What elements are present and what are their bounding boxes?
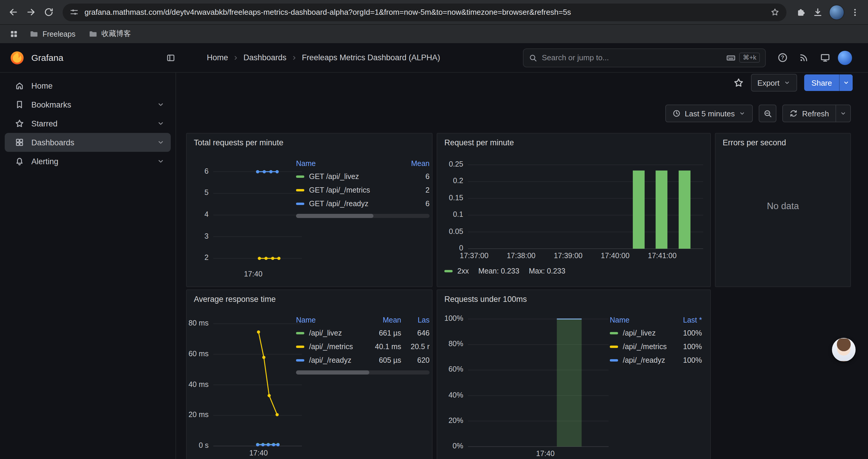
legend-row[interactable]: /api/_/metrics100% <box>610 340 702 353</box>
series-color-swatch <box>296 345 304 348</box>
panel-title[interactable]: Request per minute <box>444 138 703 147</box>
legend-row[interactable]: /api/_livez100% <box>610 326 702 340</box>
y-axis-label: 4 <box>187 210 209 219</box>
y-axis-label: 20% <box>437 417 463 425</box>
help-icon: ? <box>777 53 787 63</box>
y-axis-label: 40 ms <box>187 380 209 388</box>
legend-column-header[interactable]: Mean <box>369 316 401 324</box>
series-value: 646 <box>401 329 430 337</box>
share-button[interactable]: Share <box>804 74 852 91</box>
share-caret[interactable] <box>839 74 852 91</box>
legend-column-header[interactable]: Name <box>610 316 671 324</box>
no-data-text: No data <box>716 201 850 211</box>
x-axis-label: 17:40 <box>226 270 280 278</box>
sidebar-item-alerting[interactable]: Alerting <box>5 152 171 171</box>
home-icon <box>15 81 24 90</box>
y-axis-label: 100% <box>437 314 463 323</box>
breadcrumb-current[interactable]: Freeleaps Metrics Dashboard (ALPHA) <box>302 53 440 62</box>
bookmark-folder-freeleaps[interactable]: Freeleaps <box>25 27 80 41</box>
sidebar-item-dashboards[interactable]: Dashboards <box>5 133 171 152</box>
sidebar-item-starred[interactable]: Starred <box>5 114 171 133</box>
chevron-down-icon[interactable] <box>157 119 165 128</box>
series-color-swatch <box>610 332 618 334</box>
legend-column-header[interactable]: Name <box>296 316 369 324</box>
legend-column-header[interactable]: Las <box>401 316 430 324</box>
favorite-star-icon[interactable] <box>733 77 744 88</box>
legend-scrollbar-thumb[interactable] <box>296 370 370 374</box>
legend-column-header[interactable]: Last * <box>671 316 702 324</box>
grafana-logo[interactable] <box>9 50 25 65</box>
panel-title[interactable]: Average response time <box>194 295 425 304</box>
header-icons: ? <box>774 49 852 66</box>
search-placeholder: Search or jump to... <box>542 53 721 62</box>
sidebar-item-home[interactable]: Home <box>5 76 171 95</box>
floating-assistant-avatar[interactable] <box>832 338 856 362</box>
header-right: Home Dashboards Freeleaps Metrics Dashbo… <box>186 43 868 72</box>
browser-profile-avatar[interactable] <box>829 4 844 20</box>
zoom-out-button[interactable] <box>759 104 777 122</box>
y-axis-label: 20 ms <box>187 411 209 419</box>
legend-item[interactable]: 2xx <box>444 267 469 275</box>
legend-row[interactable]: GET /api/_livez6 <box>296 169 430 183</box>
star-icon <box>15 119 24 128</box>
help-button[interactable]: ? <box>774 49 790 66</box>
search-bar[interactable]: Search or jump to... ⌘+k <box>523 48 766 67</box>
site-info-icon[interactable] <box>70 8 79 17</box>
legend-row[interactable]: /api/_/readyz100% <box>610 353 702 367</box>
time-controls: Last 5 minutes Refresh <box>665 104 851 122</box>
chevron-down-icon[interactable] <box>157 100 165 109</box>
url-text[interactable]: grafana.mathmast.com/d/deytv4rwavabkb/fr… <box>85 8 765 17</box>
legend-scrollbar[interactable] <box>296 214 430 218</box>
rss-icon <box>799 53 809 63</box>
refresh-button[interactable]: Refresh <box>783 104 851 122</box>
refresh-interval-caret[interactable] <box>836 105 850 122</box>
bookmark-star-icon[interactable] <box>771 8 779 17</box>
legend-row[interactable]: GET /api/_/metrics2 <box>296 183 430 197</box>
breadcrumb-dashboards[interactable]: Dashboards <box>243 53 286 62</box>
series-color-swatch <box>610 345 618 348</box>
legend-scrollbar-thumb[interactable] <box>296 214 373 218</box>
address-bar[interactable]: grafana.mathmast.com/d/deytv4rwavabkb/fr… <box>63 3 786 21</box>
chart-plot <box>437 133 710 287</box>
chevron-down-icon[interactable] <box>157 138 165 146</box>
time-range-picker[interactable]: Last 5 minutes <box>665 104 753 122</box>
bookmarks-bar: Freeleaps 收藏博客 <box>0 24 868 43</box>
legend-column-header[interactable]: Name <box>296 159 395 167</box>
legend-column-header[interactable]: Mean <box>395 159 430 167</box>
series-name: 2xx <box>457 267 469 275</box>
apps-shortcut[interactable] <box>6 26 21 42</box>
export-button[interactable]: Export <box>751 74 797 92</box>
legend-row[interactable]: GET /api/_/readyz6 <box>296 197 430 210</box>
panel-average-response-time: Average response time 80 ms60 ms40 ms20 … <box>186 290 433 459</box>
extensions-icon[interactable] <box>796 7 807 18</box>
chevron-down-icon[interactable] <box>157 157 165 165</box>
legend-row[interactable]: /api/_/readyz605 µs620 <box>296 353 430 367</box>
downloads-icon[interactable] <box>812 7 823 18</box>
series-value: 100% <box>671 342 702 351</box>
browser-menu-icon[interactable] <box>850 7 860 18</box>
user-avatar[interactable] <box>838 51 852 65</box>
legend-row[interactable]: /api/_/metrics40.1 ms20.5 r <box>296 340 430 353</box>
legend-row[interactable]: /api/_livez661 µs646 <box>296 326 430 340</box>
display-button[interactable] <box>816 49 833 66</box>
series-name: /api/_livez <box>623 329 656 337</box>
y-axis-label: 60% <box>437 365 463 374</box>
panel-title[interactable]: Errors per second <box>723 138 843 147</box>
sidebar-toggle-button[interactable] <box>164 51 178 65</box>
bookmark-folder-blogs[interactable]: 收藏博客 <box>84 27 135 41</box>
legend-header: NameMean <box>296 157 430 169</box>
sidebar-item-bookmarks[interactable]: Bookmarks <box>5 95 171 114</box>
legend-scrollbar[interactable] <box>296 370 430 374</box>
x-axis-label: 17:38:00 <box>495 252 548 260</box>
x-axis-label: 17:40:00 <box>589 252 642 260</box>
panel-title[interactable]: Requests under 100ms <box>444 295 703 304</box>
legend-inline: 2xxMean: 0.233Max: 0.233 <box>444 267 565 275</box>
back-button[interactable] <box>5 4 21 21</box>
breadcrumb-home[interactable]: Home <box>207 53 228 62</box>
panel-title[interactable]: Total requests per minute <box>194 138 425 147</box>
news-button[interactable] <box>795 49 812 66</box>
dashboard-canvas: Export Share Last 5 minutes <box>176 73 868 459</box>
forward-button[interactable] <box>23 4 39 21</box>
breadcrumb-separator-icon <box>291 54 298 61</box>
reload-button[interactable] <box>40 4 57 21</box>
